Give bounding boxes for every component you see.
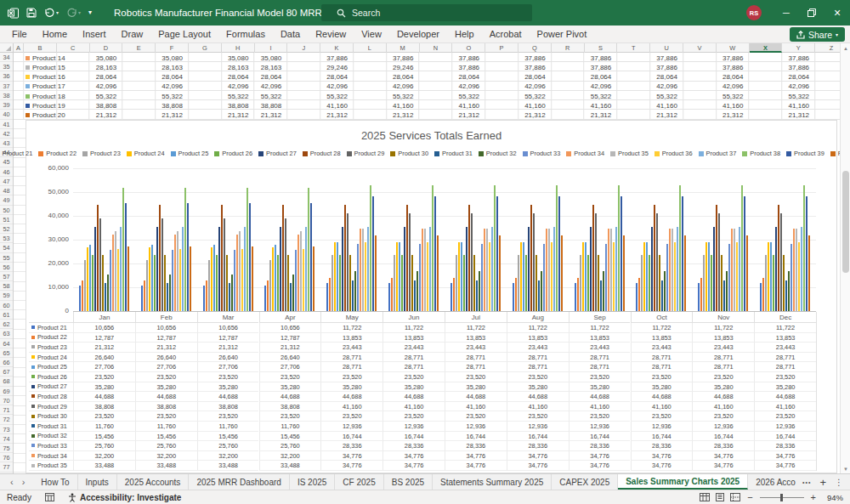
column-header-b[interactable]: B — [24, 43, 57, 53]
legend-item-product-29[interactable]: Product 29 — [347, 150, 385, 157]
bar-product-38-apr[interactable] — [308, 188, 309, 311]
cell-value[interactable]: 28,163 — [82, 64, 131, 71]
bar-product-29-jun[interactable] — [409, 213, 411, 311]
bar-product-34-aug[interactable] — [546, 229, 547, 311]
bar-product-24-jul[interactable] — [458, 242, 460, 311]
bar-product-36-mar[interactable] — [241, 249, 243, 311]
bar-product-34-jul[interactable] — [484, 229, 485, 311]
sheet-tab-bs-2025[interactable]: BS 2025 — [384, 474, 433, 490]
bar-product-23-dec[interactable] — [765, 255, 767, 311]
bar-product-31-feb[interactable] — [167, 283, 168, 311]
bar-product-32-feb[interactable] — [169, 275, 171, 311]
cell-value[interactable]: 55,322 — [82, 93, 131, 100]
bar-product-35-jan[interactable] — [115, 231, 116, 311]
bar-product-33-mar[interactable] — [234, 250, 235, 311]
cell-value[interactable]: 42,096 — [445, 82, 494, 90]
bar-product-37-nov[interactable] — [739, 227, 740, 311]
bar-product-40-jun[interactable] — [437, 235, 439, 311]
cell-value[interactable]: 41,160 — [313, 102, 362, 110]
cell-value[interactable]: 42,096 — [774, 82, 824, 90]
bar-product-22-aug[interactable] — [515, 278, 517, 311]
bar-product-30-feb[interactable] — [164, 255, 166, 311]
cell-value[interactable]: 41,160 — [576, 102, 626, 110]
cell-value[interactable]: 28,064 — [378, 73, 428, 81]
bar-product-29-feb[interactable] — [162, 218, 163, 311]
bar-product-23-jul[interactable] — [456, 255, 457, 311]
bar-product-32-jul[interactable] — [479, 271, 480, 311]
bar-product-36-jul[interactable] — [489, 242, 490, 311]
column-header-r[interactable]: R — [552, 43, 585, 53]
sheet-tab-2026-accounts[interactable]: 2026 Accounts — [748, 474, 796, 490]
column-header-h[interactable]: H — [222, 43, 255, 53]
legend-item-product-25[interactable]: Product 25 — [171, 150, 209, 157]
bar-product-36-jan[interactable] — [117, 249, 119, 311]
row-header-66[interactable]: 66 — [0, 358, 13, 367]
bar-product-29-jul[interactable] — [471, 213, 473, 311]
row-header-64[interactable]: 64 — [0, 339, 13, 348]
cell-value[interactable]: 35,080 — [148, 54, 197, 62]
column-header-o[interactable]: O — [452, 43, 485, 53]
bar-product-35-dec[interactable] — [796, 229, 797, 311]
bar-product-34-may[interactable] — [360, 229, 361, 311]
bar-product-40-dec[interactable] — [808, 235, 810, 311]
scroll-down-icon[interactable]: ▼ — [841, 464, 850, 473]
cell-value[interactable]: 28,064 — [576, 73, 626, 81]
bar-product-37-feb[interactable] — [182, 227, 184, 311]
bar-product-25-mar[interactable] — [213, 245, 215, 311]
bar-product-38-jan[interactable] — [122, 188, 124, 311]
bar-product-21-nov[interactable] — [698, 283, 700, 311]
row-header-76[interactable]: 76 — [0, 453, 13, 462]
bar-product-25-jun[interactable] — [399, 242, 400, 311]
bar-product-35-aug[interactable] — [548, 229, 550, 311]
row-header-48[interactable]: 48 — [0, 186, 13, 195]
accessibility-status[interactable]: Accessibility: Investigate — [68, 493, 182, 502]
search-box[interactable]: Search — [321, 4, 532, 21]
row-header-51[interactable]: 51 — [0, 215, 13, 224]
cell-value[interactable]: 37,886 — [643, 54, 692, 62]
bar-product-30-may[interactable] — [349, 255, 351, 311]
bar-product-39-may[interactable] — [372, 196, 374, 311]
bar-product-32-oct[interactable] — [664, 271, 666, 311]
bar-product-30-aug[interactable] — [536, 255, 537, 311]
bar-product-29-jan[interactable] — [99, 218, 101, 311]
bar-product-29-oct[interactable] — [656, 213, 658, 311]
bar-product-26-jan[interactable] — [92, 255, 94, 311]
zoom-slider[interactable] — [760, 497, 804, 498]
sheet-overflow-icon[interactable]: ••• — [802, 479, 811, 485]
bar-product-23-oct[interactable] — [641, 255, 643, 311]
bar-product-31-mar[interactable] — [229, 283, 230, 311]
column-header-n[interactable]: N — [420, 43, 453, 53]
bar-product-21-jul[interactable] — [450, 283, 452, 311]
cell-value[interactable]: 37,886 — [510, 54, 559, 62]
cell-value[interactable]: 21,312 — [82, 111, 131, 119]
bar-product-22-apr[interactable] — [267, 280, 269, 311]
bar-product-24-aug[interactable] — [520, 242, 522, 311]
cell-value[interactable]: 55,322 — [643, 93, 692, 100]
cell-value[interactable]: 55,322 — [445, 93, 494, 100]
bar-product-22-jul[interactable] — [453, 278, 455, 311]
cell-value[interactable]: 37,886 — [643, 64, 692, 71]
row-header-57[interactable]: 57 — [0, 272, 13, 281]
bar-product-22-jun[interactable] — [391, 278, 393, 311]
bar-product-38-oct[interactable] — [679, 185, 681, 311]
bar-product-23-mar[interactable] — [208, 260, 210, 311]
restore-button[interactable] — [799, 0, 824, 25]
bar-product-25-apr[interactable] — [275, 245, 276, 311]
row-header-75[interactable]: 75 — [0, 444, 13, 453]
bar-product-32-sep[interactable] — [603, 271, 604, 311]
bar-product-31-jul[interactable] — [476, 280, 478, 311]
bar-product-29-mar[interactable] — [224, 218, 225, 311]
bar-product-21-feb[interactable] — [141, 286, 143, 311]
row-header-67[interactable]: 67 — [0, 367, 13, 377]
row-header-63[interactable]: 63 — [0, 329, 13, 338]
bar-product-31-may[interactable] — [352, 280, 354, 311]
bar-product-29-nov[interactable] — [718, 213, 720, 311]
cell-value[interactable]: 38,808 — [148, 102, 197, 110]
bar-product-38-may[interactable] — [370, 185, 371, 311]
cell-value[interactable]: 42,096 — [148, 82, 197, 90]
cell-value[interactable]: 37,886 — [313, 54, 362, 62]
sheet-tab-is-2025[interactable]: IS 2025 — [290, 474, 335, 490]
cell-value[interactable]: 55,322 — [313, 93, 362, 100]
zoom-in-icon[interactable]: + — [811, 492, 816, 502]
legend-item-product-36[interactable]: Product 36 — [654, 150, 693, 157]
